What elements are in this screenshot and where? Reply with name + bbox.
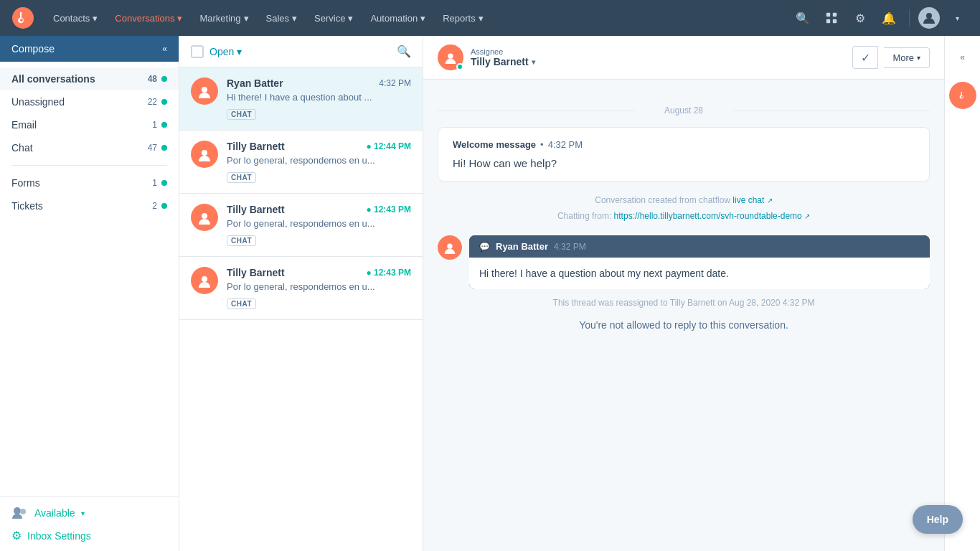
svg-point-13 xyxy=(447,244,452,249)
conv-name-4: Tilly Barnett xyxy=(227,267,285,278)
chatting-from-link[interactable]: https://hello.tillybarnett.com/svh-round… xyxy=(614,211,810,221)
settings-icon[interactable]: ⚙ xyxy=(849,6,872,29)
nav-contacts[interactable]: Contacts ▾ xyxy=(46,9,105,28)
conv-time-2: ● 12:44 PM xyxy=(366,141,411,151)
conversation-item-2[interactable]: Tilly Barnett ● 12:44 PM Por lo general,… xyxy=(179,131,423,194)
nav-icon-group: 🔍 ⚙ 🔔 ▾ xyxy=(791,6,969,29)
conversation-item-1[interactable]: Ryan Batter 4:32 PM Hi there! I have a q… xyxy=(179,67,423,131)
assignee-online-status xyxy=(456,63,463,70)
sidebar-item-email[interactable]: Email 1 xyxy=(0,113,179,136)
svg-rect-1 xyxy=(826,13,830,17)
sidebar-bottom: Available ▾ ⚙ Inbox Settings xyxy=(0,496,179,551)
main-layout: Compose « All conversations 48 Unassigne… xyxy=(0,36,980,551)
sidebar-item-tickets[interactable]: Tickets 2 xyxy=(0,194,179,217)
svg-rect-4 xyxy=(833,19,837,23)
nav-service[interactable]: Service ▾ xyxy=(307,9,360,28)
chevron-down-icon: ▾ xyxy=(420,13,425,24)
tickets-count: 2 xyxy=(152,201,157,211)
sidebar-item-all-conversations[interactable]: All conversations 48 xyxy=(0,67,179,90)
available-chevron-icon: ▾ xyxy=(81,509,85,517)
conv-tag-4: CHAT xyxy=(227,298,256,309)
chevron-down-icon: ▾ xyxy=(348,13,353,24)
nav-divider xyxy=(909,9,910,27)
available-icon xyxy=(11,506,29,520)
filter-chevron-icon: ▾ xyxy=(237,46,242,57)
conv-tag-3: CHAT xyxy=(227,235,256,246)
user-msg-avatar xyxy=(438,235,462,260)
inbox-settings-button[interactable]: ⚙ Inbox Settings xyxy=(11,529,167,542)
svg-point-7 xyxy=(20,509,26,514)
user-avatar[interactable] xyxy=(918,7,940,29)
conv-avatar-1 xyxy=(191,77,218,105)
system-reassigned-message: This thread was reassigned to Tilly Barn… xyxy=(438,298,930,308)
hubspot-logo[interactable] xyxy=(11,6,34,29)
nav-reports[interactable]: Reports ▾ xyxy=(435,9,491,28)
account-chevron-icon[interactable]: ▾ xyxy=(946,6,969,29)
chat-header-actions: ✓ More ▾ xyxy=(852,46,930,69)
select-all-checkbox[interactable] xyxy=(191,45,204,58)
user-message-row: 💬 Ryan Batter 4:32 PM Hi there! I have a… xyxy=(438,235,930,289)
welcome-msg-text: Hi! How can we help? xyxy=(453,157,915,169)
svg-point-0 xyxy=(12,7,34,29)
help-button[interactable]: Help xyxy=(913,505,963,534)
user-message-bubble: 💬 Ryan Batter 4:32 PM Hi there! I have a… xyxy=(469,235,930,289)
sidebar-item-unassigned[interactable]: Unassigned 22 xyxy=(0,90,179,113)
chevron-down-icon: ▾ xyxy=(244,13,249,24)
conv-name-3: Tilly Barnett xyxy=(227,204,285,215)
external-link-icon: ↗ xyxy=(767,197,773,204)
conv-search-button[interactable]: 🔍 xyxy=(397,44,411,58)
live-chat-link[interactable]: live chat ↗ xyxy=(732,195,772,205)
external-link-icon-2: ↗ xyxy=(804,212,810,220)
conv-preview-3: Por lo general, respondemos en u... xyxy=(227,218,411,229)
search-icon[interactable]: 🔍 xyxy=(791,6,814,29)
nav-conversations[interactable]: Conversations ▾ xyxy=(108,9,189,28)
svg-point-10 xyxy=(202,213,207,219)
chat-bubble-icon: 💬 xyxy=(479,242,490,252)
marketplace-icon[interactable] xyxy=(820,6,843,29)
compose-button[interactable]: Compose « xyxy=(0,36,179,62)
svg-point-9 xyxy=(202,150,207,156)
chevron-down-icon: ▾ xyxy=(479,13,484,24)
conv-list-header: Open ▾ 🔍 xyxy=(179,36,423,67)
forms-count: 1 xyxy=(152,178,157,188)
email-count: 1 xyxy=(152,120,157,130)
nav-automation[interactable]: Automation ▾ xyxy=(363,9,433,28)
conv-name-2: Tilly Barnett xyxy=(227,141,285,152)
unread-dot xyxy=(161,99,167,105)
open-filter-button[interactable]: Open ▾ xyxy=(209,46,242,57)
unread-dot xyxy=(161,145,167,151)
resolve-button[interactable]: ✓ xyxy=(852,46,878,69)
conv-avatar-4 xyxy=(191,267,218,294)
sidebar-item-forms[interactable]: Forms 1 xyxy=(0,171,179,194)
chat-info: Conversation created from chatflow live … xyxy=(438,193,930,224)
nav-sales[interactable]: Sales ▾ xyxy=(259,9,305,28)
conv-tag-2: CHAT xyxy=(227,172,256,183)
sidebar-divider xyxy=(11,165,167,166)
right-panel: « xyxy=(944,36,980,551)
gear-icon: ⚙ xyxy=(11,529,22,542)
svg-point-12 xyxy=(448,54,453,59)
assignee-info: Assignee Tilly Barnett ▾ xyxy=(438,44,535,70)
conversation-item-3[interactable]: Tilly Barnett ● 12:43 PM Por lo general,… xyxy=(179,194,423,257)
compose-chevron-icon: « xyxy=(162,44,167,54)
date-divider: August 28 xyxy=(438,105,930,116)
available-button[interactable]: Available ▾ xyxy=(11,506,167,520)
sidebar: Compose « All conversations 48 Unassigne… xyxy=(0,36,179,551)
collapse-right-panel-button[interactable]: « xyxy=(950,44,976,70)
chat-header: Assignee Tilly Barnett ▾ ✓ More ▾ xyxy=(423,36,944,80)
sidebar-item-chat[interactable]: Chat 47 xyxy=(0,136,179,159)
nav-marketing[interactable]: Marketing ▾ xyxy=(192,9,255,28)
top-navigation: Contacts ▾ Conversations ▾ Marketing ▾ S… xyxy=(0,0,980,36)
conversation-item-4[interactable]: Tilly Barnett ● 12:43 PM Por lo general,… xyxy=(179,257,423,320)
notifications-icon[interactable]: 🔔 xyxy=(877,6,900,29)
welcome-msg-time: 4:32 PM xyxy=(548,139,583,150)
conv-preview-4: Por lo general, respondemos en u... xyxy=(227,281,411,292)
unread-dot xyxy=(161,122,167,128)
more-button[interactable]: More ▾ xyxy=(884,47,930,68)
not-allowed-message: You're not allowed to reply to this conv… xyxy=(438,319,930,331)
conv-avatar-2 xyxy=(191,141,218,168)
conv-preview-1: Hi there! I have a question about ... xyxy=(227,92,411,103)
hubspot-panel-button[interactable] xyxy=(949,82,976,109)
sidebar-nav: All conversations 48 Unassigned 22 Email… xyxy=(0,62,179,496)
conv-tag-1: CHAT xyxy=(227,109,256,120)
